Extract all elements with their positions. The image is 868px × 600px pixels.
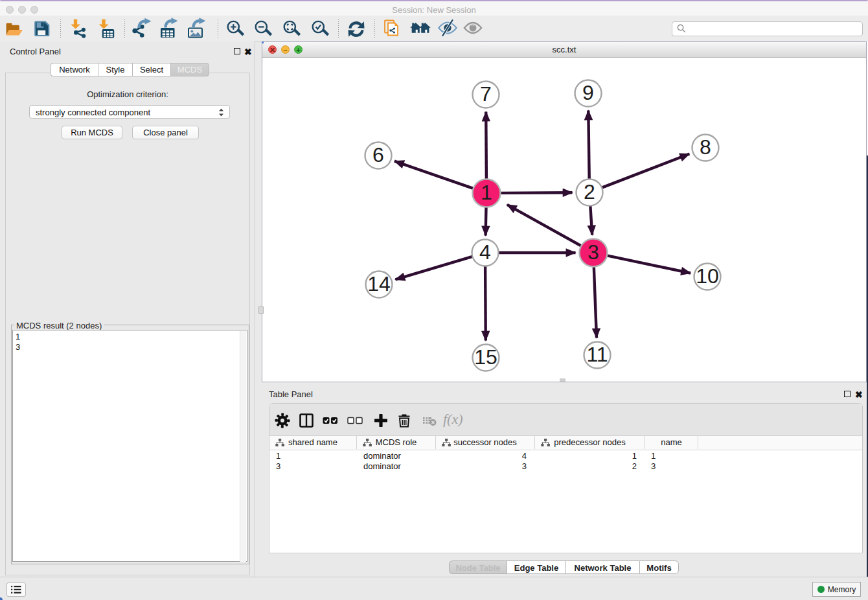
svg-text:3: 3 <box>588 240 599 264</box>
svg-text:6: 6 <box>372 143 384 167</box>
svg-text:11: 11 <box>586 343 608 366</box>
svg-text:10: 10 <box>696 264 719 288</box>
svg-text:8: 8 <box>700 135 711 159</box>
svg-text:9: 9 <box>582 81 594 104</box>
svg-text:1: 1 <box>481 181 492 204</box>
svg-text:7: 7 <box>480 82 492 106</box>
svg-text:4: 4 <box>479 240 491 264</box>
svg-text:15: 15 <box>474 345 497 369</box>
svg-text:2: 2 <box>584 180 595 203</box>
svg-text:14: 14 <box>367 272 391 295</box>
